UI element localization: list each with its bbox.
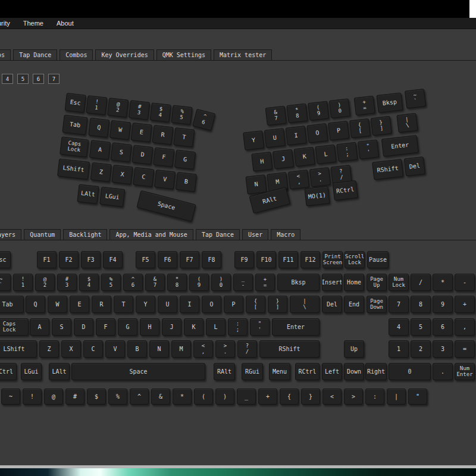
key[interactable]: !1 <box>86 95 107 115</box>
key[interactable]: S <box>111 142 132 162</box>
layer-button-6[interactable]: 6 <box>33 74 44 84</box>
key[interactable]: <, <box>288 170 309 190</box>
key[interactable]: < <box>322 389 342 405</box>
key[interactable]: $ <box>87 389 106 405</box>
key[interactable]: T <box>173 127 195 148</box>
key[interactable]: Y <box>136 296 155 313</box>
menu-item-security[interactable]: Security <box>0 20 17 27</box>
key[interactable]: End <box>344 296 364 313</box>
key[interactable]: >. <box>215 340 235 358</box>
key[interactable]: H <box>251 152 273 172</box>
key[interactable]: J <box>162 318 181 336</box>
key[interactable]: |\ <box>290 296 320 313</box>
key[interactable]: ~` <box>0 274 11 291</box>
key[interactable]: Left <box>322 363 342 380</box>
key[interactable]: LShift <box>57 158 90 180</box>
key[interactable]: B <box>176 172 197 192</box>
key[interactable]: ~ <box>1 389 20 405</box>
key[interactable]: - <box>455 274 475 291</box>
key[interactable]: D <box>74 318 93 336</box>
key[interactable]: G <box>174 149 196 170</box>
key[interactable]: 6 <box>433 318 453 336</box>
key[interactable]: *8 <box>286 104 308 124</box>
tab-tap-dance[interactable]: Tap Dance <box>13 49 57 60</box>
key[interactable]: #3 <box>129 100 150 120</box>
key[interactable]: K <box>184 318 203 336</box>
key[interactable]: P <box>328 121 349 141</box>
key[interactable]: U <box>264 128 286 148</box>
key[interactable]: F <box>96 318 115 336</box>
key[interactable]: W <box>48 296 67 313</box>
key[interactable]: #3 <box>57 274 77 291</box>
key[interactable]: 5 <box>411 318 431 336</box>
key[interactable]: NumLock <box>389 274 409 291</box>
layer-button-4[interactable]: 4 <box>2 74 13 84</box>
key[interactable]: ! <box>23 389 42 405</box>
key[interactable]: $4 <box>79 274 99 291</box>
menu-item-theme[interactable]: Theme <box>17 20 50 27</box>
key[interactable]: > <box>344 389 363 405</box>
layer-button-5[interactable]: 5 <box>17 74 29 84</box>
key[interactable]: @2 <box>35 274 55 291</box>
key[interactable]: F3 <box>81 251 101 268</box>
key[interactable]: }] <box>268 296 287 313</box>
key[interactable]: @ <box>44 389 63 405</box>
key[interactable]: { <box>280 389 299 405</box>
key[interactable]: PageUp <box>367 274 387 291</box>
key[interactable]: RShift <box>259 340 320 358</box>
key[interactable]: A <box>30 318 49 336</box>
key[interactable]: >. <box>309 167 331 187</box>
tab-key-overrides[interactable]: Key Overrides <box>95 49 154 60</box>
key[interactable]: Y <box>243 130 264 151</box>
key[interactable]: _- <box>233 274 253 291</box>
key[interactable]: &7 <box>145 274 165 291</box>
key[interactable]: R <box>152 125 173 145</box>
key[interactable]: *8 <box>167 274 187 291</box>
key[interactable]: F8 <box>202 251 221 268</box>
key[interactable]: = <box>455 340 475 358</box>
key[interactable]: LAlt <box>77 184 99 204</box>
key[interactable]: )0 <box>211 274 231 291</box>
key[interactable]: (9 <box>308 101 329 121</box>
key[interactable]: LAlt <box>49 363 70 380</box>
tab-backlight[interactable]: Backlight <box>63 229 107 240</box>
key[interactable]: PrintScreen <box>322 251 343 268</box>
key[interactable]: , <box>455 318 475 336</box>
key[interactable]: 1 <box>389 340 409 358</box>
key[interactable]: ^ <box>130 389 149 405</box>
key[interactable]: LCtrl <box>0 363 17 380</box>
key[interactable]: * <box>173 389 192 405</box>
key[interactable]: | <box>387 389 406 405</box>
key[interactable]: A <box>89 140 111 160</box>
key[interactable]: N <box>245 174 267 195</box>
key[interactable]: I <box>286 126 307 146</box>
key[interactable]: F <box>153 147 174 167</box>
key[interactable]: NumEnter <box>455 363 475 380</box>
key[interactable]: Right <box>365 363 387 380</box>
key[interactable]: += <box>255 274 275 291</box>
key[interactable]: += <box>354 96 375 116</box>
key[interactable]: $4 <box>150 102 171 123</box>
key[interactable]: Tab <box>62 115 87 135</box>
key[interactable]: ~` <box>405 89 426 109</box>
key[interactable]: Q <box>88 118 109 138</box>
key[interactable]: " <box>408 389 427 405</box>
tab-quantum[interactable]: Quantum <box>24 229 61 240</box>
tab-macros[interactable]: Macros <box>0 49 11 60</box>
key[interactable]: } <box>301 389 320 405</box>
key[interactable]: Up <box>344 340 364 358</box>
key[interactable]: "' <box>358 139 379 159</box>
key[interactable]: (9 <box>189 274 209 291</box>
key[interactable]: RCtrl <box>295 363 320 380</box>
key[interactable]: F9 <box>234 251 254 268</box>
key[interactable]: RCtrl <box>333 180 358 201</box>
key[interactable]: X <box>111 165 133 185</box>
key[interactable]: X <box>61 340 81 358</box>
key[interactable]: Del <box>404 156 425 177</box>
key[interactable]: {[ <box>246 296 265 313</box>
tab-app-media-and-mouse[interactable]: App, Media and Mouse <box>109 229 193 240</box>
key[interactable]: |\ <box>396 113 418 133</box>
key[interactable]: Enter <box>381 135 419 157</box>
key[interactable]: Bksp <box>376 92 403 113</box>
key[interactable]: ScrollLock <box>345 251 365 268</box>
